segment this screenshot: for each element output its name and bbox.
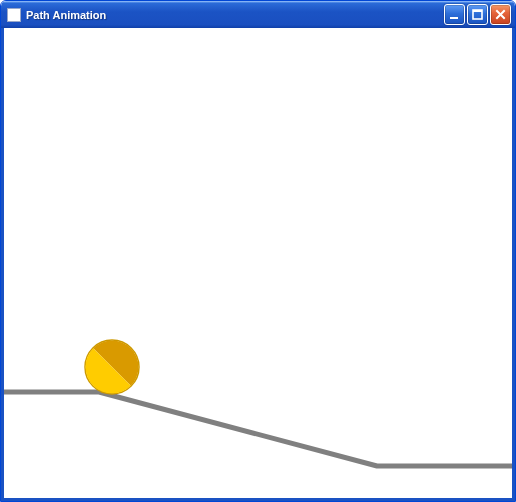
close-icon (494, 8, 507, 21)
svg-rect-0 (450, 17, 458, 19)
maximize-icon (471, 8, 484, 21)
animation-canvas (4, 28, 512, 498)
titlebar[interactable]: Path Animation (1, 1, 515, 28)
close-button[interactable] (490, 4, 511, 25)
client-area (1, 28, 515, 501)
app-icon (7, 8, 21, 22)
window-title: Path Animation (26, 9, 444, 21)
minimize-button[interactable] (444, 4, 465, 25)
minimize-icon (448, 8, 461, 21)
window-controls (444, 4, 511, 25)
application-window: Path Animation (0, 0, 516, 502)
svg-rect-2 (473, 10, 482, 12)
maximize-button[interactable] (467, 4, 488, 25)
motion-path (4, 392, 512, 466)
